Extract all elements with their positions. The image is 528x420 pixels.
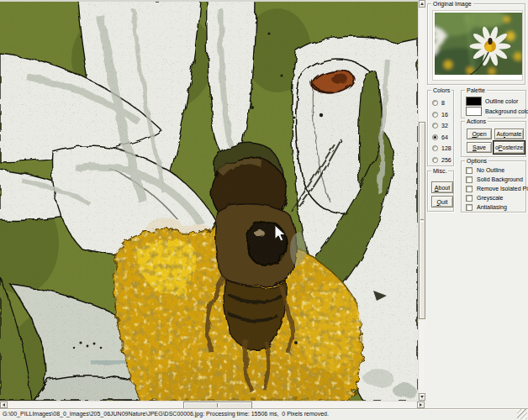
colors-radio-row-16[interactable]: 16 — [432, 111, 448, 118]
down-arrow-icon — [420, 396, 424, 398]
colors-group-label: Colors — [431, 87, 451, 94]
about-button[interactable]: About — [431, 181, 453, 193]
radio-icon[interactable] — [432, 123, 438, 129]
original-image-thumbnail — [432, 10, 523, 81]
left-arrow-icon — [3, 403, 5, 407]
posterized-image — [0, 0, 418, 401]
outline-color-label: Outline color — [485, 98, 518, 104]
scroll-left-button[interactable] — [0, 402, 8, 408]
automate-button[interactable]: Automate — [494, 129, 524, 139]
palette-group: Palette Outline color Background color — [461, 90, 526, 118]
greyscale-checkbox-row[interactable]: Greyscale — [466, 194, 504, 202]
image-viewport[interactable] — [0, 0, 418, 401]
radio-label: 32 — [441, 123, 448, 129]
radio-label: 256 — [441, 157, 451, 163]
scroll-up-button[interactable] — [419, 0, 425, 8]
misc-group: Misc. About Quit — [427, 171, 454, 212]
vertical-scroll-thumb[interactable] — [419, 122, 425, 319]
checkbox-icon[interactable] — [466, 186, 473, 192]
colors-radio-row-256[interactable]: 256 — [432, 156, 451, 163]
no-outline-checkbox-row[interactable]: No Outline — [466, 166, 504, 174]
vertical-scrollbar[interactable] — [418, 0, 425, 401]
horizontal-scrollbar[interactable] — [0, 401, 425, 408]
radio-icon-checked[interactable] — [432, 134, 438, 140]
radio-icon[interactable] — [432, 157, 438, 163]
quit-button[interactable]: Quit — [431, 196, 453, 207]
checkbox-label: Remove Isolated Pixels — [477, 186, 528, 192]
checkbox-label: No Outline — [477, 167, 504, 173]
checkbox-icon[interactable] — [466, 176, 473, 183]
checkbox-icon[interactable] — [466, 195, 473, 202]
status-text: G:\00_PILLImages\08_0_Images\205_06JUN09… — [3, 411, 329, 417]
up-arrow-icon — [420, 3, 424, 5]
options-group: Options No Outline Solid Background Remo… — [461, 160, 526, 213]
misc-group-label: Misc. — [431, 167, 448, 175]
save-button[interactable]: Save — [467, 142, 492, 153]
actions-group: Actions Open Automate Save oPosterize — [461, 121, 526, 157]
thumb-grip-icon — [420, 219, 424, 222]
palette-group-label: Palette — [465, 87, 487, 94]
checkbox-icon[interactable] — [466, 204, 473, 211]
checkbox-label: Solid Background — [477, 176, 523, 182]
colors-group: Colors 8 16 32 64 128 256 — [427, 90, 454, 166]
radio-icon[interactable] — [432, 112, 438, 118]
colors-radio-row-32[interactable]: 32 — [432, 122, 448, 129]
resize-grip[interactable] — [517, 409, 527, 419]
radio-label: 16 — [441, 112, 448, 118]
thumb-grip-icon — [217, 403, 219, 407]
outline-color-swatch[interactable] — [466, 97, 482, 106]
original-photo — [435, 13, 522, 75]
checkbox-label: Greyscale — [477, 195, 504, 201]
radio-label: 64 — [441, 134, 448, 140]
open-button[interactable]: Open — [467, 129, 492, 139]
checkbox-icon[interactable] — [466, 167, 473, 174]
radio-label: 128 — [441, 145, 451, 151]
scroll-right-button[interactable] — [417, 402, 425, 408]
colors-radio-row-64[interactable]: 64 — [432, 134, 448, 140]
scroll-down-button[interactable] — [419, 393, 425, 401]
solid-background-checkbox-row[interactable]: Solid Background — [466, 176, 523, 183]
checkbox-label: Antialiasing — [477, 204, 507, 210]
background-color-swatch[interactable] — [466, 107, 482, 116]
actions-group-label: Actions — [465, 118, 488, 125]
options-group-label: Options — [465, 157, 488, 165]
posterizer-window: Original Image — [0, 0, 528, 420]
colors-radio-row-8[interactable]: 8 — [432, 99, 445, 106]
background-color-label: Background color — [485, 108, 528, 114]
background-color-row: Background color — [466, 107, 528, 116]
antialiasing-checkbox-row[interactable]: Antialiasing — [466, 203, 507, 211]
original-image-group-label: Original Image — [431, 0, 473, 8]
status-bar: G:\00_PILLImages\08_0_Images\205_06JUN09… — [0, 408, 528, 420]
radio-icon[interactable] — [432, 145, 438, 151]
outline-color-row: Outline color — [466, 97, 518, 106]
posterize-button[interactable]: oPosterize — [494, 141, 525, 154]
radio-icon[interactable] — [432, 100, 438, 106]
original-image-group: Original Image — [427, 3, 525, 85]
right-arrow-icon — [420, 403, 422, 407]
remove-isolated-pixels-checkbox-row[interactable]: Remove Isolated Pixels — [466, 185, 528, 192]
colors-radio-row-128[interactable]: 128 — [432, 144, 451, 151]
radio-label: 8 — [441, 100, 445, 106]
